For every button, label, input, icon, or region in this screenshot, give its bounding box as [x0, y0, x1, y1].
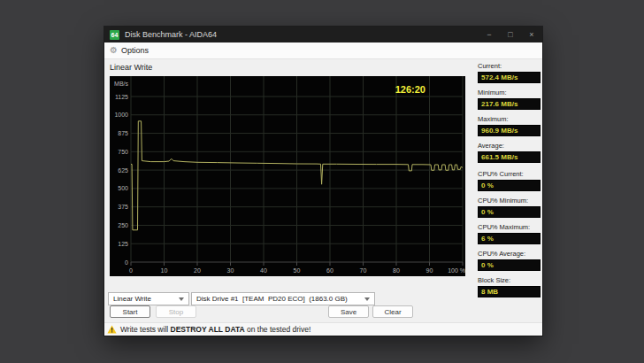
svg-text:MB/s: MB/s [114, 81, 128, 87]
chevron-down-icon [364, 297, 370, 301]
stat-item: Current:572.4 MB/s [478, 62, 540, 83]
svg-text:875: 875 [118, 130, 128, 136]
svg-text:20: 20 [194, 267, 201, 274]
stat-item: Average:661.5 MB/s [478, 142, 540, 163]
drive-select[interactable]: Disk Drive #1 [TEAM PD20 ECO] (1863.0 GB… [191, 292, 375, 305]
svg-text:125: 125 [118, 241, 128, 247]
stat-value: 0 % [478, 259, 540, 271]
stat-item: Minimum:217.6 MB/s [478, 89, 540, 110]
stat-value: 6 % [478, 233, 540, 244]
menu-bar: ⚙ Options [104, 42, 542, 59]
stat-item: Maximum:960.9 MB/s [478, 115, 540, 136]
desktop: 64 Disk Benchmark - AIDA64 − □ × ⚙ Optio… [0, 0, 644, 363]
svg-text:375: 375 [118, 204, 128, 210]
drive-select-value: Disk Drive #1 [TEAM PD20 ECO] (1863.0 GB… [196, 295, 348, 303]
stat-label: Average: [478, 142, 540, 150]
warning-icon [107, 325, 117, 334]
svg-text:10: 10 [161, 267, 168, 274]
stat-item: CPU% Minimum:0 % [478, 197, 540, 218]
gear-icon: ⚙ [110, 46, 118, 55]
title-bar: 64 Disk Benchmark - AIDA64 − □ × [104, 27, 542, 42]
stat-value: 661.5 MB/s [478, 151, 540, 163]
aida64-app-icon: 64 [110, 30, 119, 40]
test-type-select[interactable]: Linear Write [108, 292, 189, 305]
test-title: Linear Write [110, 63, 152, 72]
stop-button[interactable]: Stop [156, 305, 196, 318]
stat-label: CPU% Maximum: [478, 223, 540, 231]
svg-text:90: 90 [426, 267, 433, 274]
svg-text:60: 60 [326, 267, 334, 274]
window-controls: − □ × [479, 27, 542, 42]
svg-text:70: 70 [360, 267, 367, 274]
svg-text:80: 80 [393, 267, 400, 274]
stat-label: CPU% Minimum: [478, 197, 540, 205]
stat-label: CPU% Current: [478, 170, 540, 178]
clear-button[interactable]: Clear [372, 305, 413, 318]
close-button[interactable]: × [521, 27, 542, 42]
stat-item: CPU% Average:0 % [478, 250, 540, 271]
stat-value: 8 MB [478, 286, 540, 297]
warning-text: Write tests will DESTROY ALL DATA on the… [120, 325, 310, 334]
stat-value: 960.9 MB/s [478, 125, 540, 136]
maximize-button[interactable]: □ [500, 27, 521, 42]
stat-item: CPU% Current:0 % [478, 170, 540, 191]
minimize-button[interactable]: − [479, 27, 500, 42]
chart-svg: 0102030405060708090100 %0125250375500625… [110, 76, 465, 276]
save-button[interactable]: Save [328, 305, 369, 318]
svg-text:1000: 1000 [114, 112, 128, 118]
svg-text:126:20: 126:20 [395, 84, 426, 95]
svg-text:625: 625 [118, 167, 128, 174]
start-button[interactable]: Start [110, 305, 150, 318]
window-title: Disk Benchmark - AIDA64 [125, 30, 479, 39]
svg-text:500: 500 [118, 185, 128, 191]
svg-text:40: 40 [260, 267, 267, 274]
stat-value: 572.4 MB/s [478, 72, 540, 83]
svg-text:750: 750 [118, 149, 128, 155]
svg-text:0: 0 [129, 267, 133, 274]
stat-item: Block Size:8 MB [478, 276, 540, 297]
warning-bar: Write tests will DESTROY ALL DATA on the… [104, 322, 542, 336]
stat-label: CPU% Average: [478, 250, 540, 258]
stat-value: 0 % [478, 206, 540, 218]
svg-text:30: 30 [227, 267, 234, 274]
stat-item: CPU% Maximum:6 % [478, 223, 540, 244]
svg-text:0: 0 [125, 259, 128, 266]
stat-label: Minimum: [478, 89, 540, 97]
svg-text:50: 50 [294, 267, 301, 274]
stat-label: Maximum: [478, 115, 540, 123]
stat-value: 0 % [478, 180, 540, 191]
stat-label: Current: [478, 62, 540, 70]
menu-options[interactable]: ⚙ Options [104, 42, 157, 58]
svg-text:1125: 1125 [115, 94, 128, 100]
stats-panel: Current:572.4 MB/sMinimum:217.6 MB/sMaxi… [478, 62, 540, 303]
stat-label: Block Size: [478, 276, 540, 284]
test-type-value: Linear Write [113, 295, 151, 303]
svg-text:250: 250 [118, 222, 128, 228]
stat-value: 217.6 MB/s [478, 98, 540, 110]
svg-text:100 %: 100 % [448, 267, 465, 274]
benchmark-chart: 0102030405060708090100 %0125250375500625… [110, 76, 465, 276]
chevron-down-icon [179, 297, 184, 301]
disk-benchmark-window: 64 Disk Benchmark - AIDA64 − □ × ⚙ Optio… [104, 27, 542, 336]
menu-options-label: Options [121, 46, 149, 55]
